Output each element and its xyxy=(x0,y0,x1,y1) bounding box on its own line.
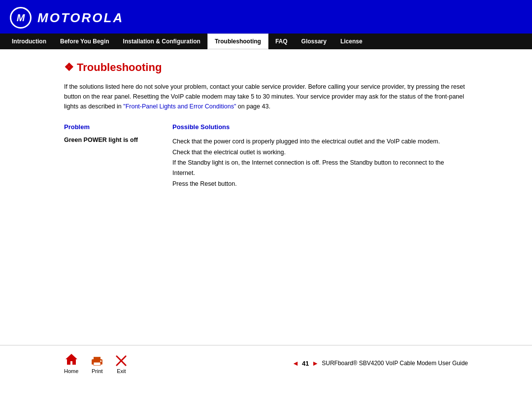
solution-line: Check that the electrical outlet is work… xyxy=(172,147,468,158)
home-button[interactable]: Home xyxy=(64,352,78,374)
exit-icon xyxy=(116,355,127,367)
intro-paragraph: If the solutions listed here do not solv… xyxy=(64,82,468,111)
solution-line: Check that the power cord is properly pl… xyxy=(172,137,468,147)
header: M MOTOROLA xyxy=(0,0,532,34)
main-content: ❖ Troubleshooting If the solutions liste… xyxy=(0,49,532,335)
home-label: Home xyxy=(64,368,78,374)
svg-rect-2 xyxy=(94,357,100,360)
svg-marker-0 xyxy=(66,354,77,365)
footer-page-info: ◄ 41 ► SURFboard® SBV4200 VoIP Cable Mod… xyxy=(292,359,468,367)
problem-cell: Green POWER light is off xyxy=(64,135,172,191)
home-icon xyxy=(65,352,78,367)
motorola-logo: M xyxy=(10,7,32,29)
footer-nav: Home Print Exit xyxy=(64,352,127,374)
title-bullet-icon: ❖ xyxy=(64,61,74,74)
nav-before-you-begin[interactable]: Before You Begin xyxy=(53,34,116,49)
print-label: Print xyxy=(92,368,103,374)
col-problem-header: Problem xyxy=(64,121,172,135)
next-page-arrow[interactable]: ► xyxy=(312,359,319,367)
svg-rect-3 xyxy=(94,362,100,365)
front-panel-link[interactable]: "Front-Panel Lights and Error Conditions… xyxy=(123,103,236,110)
exit-label: Exit xyxy=(117,368,126,374)
logo-letter: M xyxy=(17,12,25,24)
solution-cell: Check that the power cord is properly pl… xyxy=(172,135,468,191)
solution-line: Press the Reset button. xyxy=(172,179,468,189)
col-solutions-header: Possible Solutions xyxy=(172,121,468,135)
page-number: 41 xyxy=(302,360,309,367)
brand-name: MOTOROLA xyxy=(37,10,124,26)
nav-troubleshooting[interactable]: Troubleshooting xyxy=(207,34,268,49)
nav-glossary[interactable]: Glossary xyxy=(295,34,333,49)
footer: Home Print Exit ◄ xyxy=(0,345,532,381)
solution-line: If the Standby light is on, the Internet… xyxy=(172,158,468,178)
nav-license[interactable]: License xyxy=(333,34,369,49)
troubleshooting-table: Problem Possible Solutions Green POWER l… xyxy=(64,121,468,191)
nav-installation-configuration[interactable]: Installation & Configuration xyxy=(116,34,207,49)
exit-button[interactable]: Exit xyxy=(116,355,127,374)
print-icon xyxy=(90,355,104,367)
nav-bar: Introduction Before You Begin Installati… xyxy=(0,34,532,49)
intro-text-after: on page 43. xyxy=(238,103,270,110)
svg-point-4 xyxy=(100,360,102,362)
print-button[interactable]: Print xyxy=(90,355,104,374)
nav-faq[interactable]: FAQ xyxy=(268,34,295,49)
prev-page-arrow[interactable]: ◄ xyxy=(292,359,299,367)
nav-introduction[interactable]: Introduction xyxy=(5,34,53,49)
guide-title: SURFboard® SBV4200 VoIP Cable Modem User… xyxy=(322,360,468,367)
page-title: ❖ Troubleshooting xyxy=(64,61,468,74)
